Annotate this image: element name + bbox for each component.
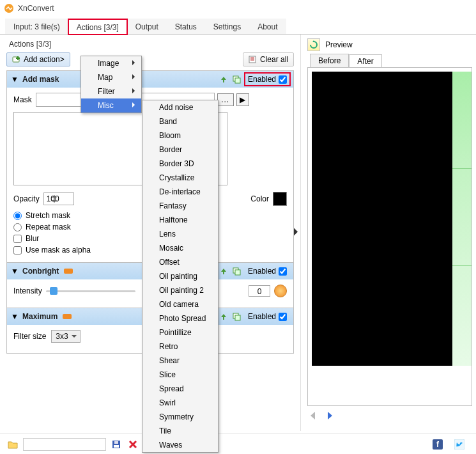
opacity-label: Opacity: [13, 194, 40, 203]
script-path-field[interactable]: [23, 438, 106, 451]
tab-after[interactable]: After: [349, 54, 381, 68]
action-header-add-mask[interactable]: ▼ Add mask Enabled: [7, 71, 293, 88]
browse-mask-button[interactable]: ...: [217, 93, 234, 106]
menu-item-tile[interactable]: Tile: [142, 424, 218, 438]
mask-label: Mask: [13, 95, 32, 104]
reset-intensity-button[interactable]: [274, 285, 287, 297]
play-icon: ▶: [240, 95, 245, 104]
menu-item-offset[interactable]: Offset: [142, 255, 218, 269]
app-logo-icon: [4, 3, 14, 13]
menu-item-mosaic[interactable]: Mosaic: [142, 241, 218, 255]
menu-filter[interactable]: Filter: [81, 84, 141, 98]
menu-item-lens[interactable]: Lens: [142, 227, 218, 241]
menu-item-bloom[interactable]: Bloom: [142, 129, 218, 143]
app-title: XnConvert: [18, 4, 54, 13]
repeat-label: Repeat mask: [26, 223, 71, 231]
menu-item-border[interactable]: Border: [142, 143, 218, 157]
add-action-menu[interactable]: Image Map Filter Misc: [81, 56, 142, 113]
save-script-button[interactable]: [110, 438, 123, 451]
disclosure-icon[interactable]: ▼: [11, 267, 19, 276]
tab-before[interactable]: Before: [310, 54, 349, 67]
preview-viewport[interactable]: [307, 67, 472, 406]
action-title: Add mask: [22, 75, 59, 84]
enabled-toggle[interactable]: Enabled: [245, 74, 289, 85]
preview-tabs: Before After: [310, 54, 472, 67]
facebook-icon[interactable]: f: [431, 438, 444, 451]
disclosure-icon[interactable]: ▼: [11, 75, 19, 84]
filter-size-select[interactable]: 3x3: [51, 330, 80, 343]
remove-action-icon[interactable]: [64, 269, 73, 274]
disclosure-icon[interactable]: ▼: [11, 312, 19, 321]
tab-output[interactable]: Output: [127, 19, 167, 34]
color-label: Color: [250, 194, 269, 203]
menu-item-symmetry[interactable]: Symmetry: [142, 410, 218, 424]
menu-label: Misc: [98, 101, 114, 110]
intensity-value[interactable]: 0: [249, 285, 270, 297]
prev-image-button[interactable]: [307, 410, 319, 421]
menu-item-pointillize[interactable]: Pointillize: [142, 325, 218, 340]
open-folder-button[interactable]: [6, 438, 19, 451]
misc-submenu[interactable]: Add noiseBandBloomBorderBorder 3DCrystal…: [142, 100, 219, 453]
menu-misc[interactable]: Misc: [81, 98, 141, 113]
menu-item-band[interactable]: Band: [142, 114, 218, 129]
actions-heading: Actions [3/3]: [9, 40, 294, 49]
menu-image[interactable]: Image: [81, 56, 141, 70]
menu-item-add-noise[interactable]: Add noise: [142, 100, 218, 114]
duplicate-icon[interactable]: [231, 311, 242, 322]
filter-size-label: Filter size: [13, 332, 46, 341]
enabled-toggle[interactable]: Enabled: [245, 265, 289, 277]
duplicate-icon[interactable]: [231, 74, 242, 84]
enabled-label: Enabled: [248, 75, 276, 84]
opacity-input[interactable]: [43, 192, 74, 205]
menu-item-waves[interactable]: Waves: [142, 438, 218, 452]
duplicate-icon[interactable]: [231, 266, 242, 276]
svg-rect-10: [114, 445, 119, 448]
tab-settings[interactable]: Settings: [205, 19, 249, 34]
move-up-icon[interactable]: [219, 266, 229, 276]
tab-input[interactable]: Input: 3 file(s): [5, 19, 68, 34]
menu-map[interactable]: Map: [81, 70, 141, 84]
refresh-preview-button[interactable]: [307, 38, 320, 51]
refresh-icon: [309, 40, 318, 49]
preview-mask-button[interactable]: ▶: [236, 93, 249, 106]
menu-item-swirl[interactable]: Swirl: [142, 396, 218, 410]
svg-rect-4: [235, 78, 240, 83]
twitter-icon[interactable]: [453, 438, 466, 451]
menu-item-spread[interactable]: Spread: [142, 382, 218, 396]
menu-item-shear[interactable]: Shear: [142, 354, 218, 368]
menu-item-oil-painting[interactable]: Oil painting: [142, 269, 218, 283]
menu-item-halftone[interactable]: Halftone: [142, 213, 218, 227]
enabled-checkbox[interactable]: [279, 75, 287, 84]
menu-item-old-camera[interactable]: Old camera: [142, 297, 218, 311]
intensity-label: Intensity: [13, 286, 42, 295]
enabled-checkbox[interactable]: [279, 267, 287, 276]
enabled-checkbox[interactable]: [279, 313, 287, 321]
menu-item-oil-painting-2[interactable]: Oil painting 2: [142, 283, 218, 297]
menu-item-fantasy[interactable]: Fantasy: [142, 199, 218, 213]
color-picker[interactable]: [273, 192, 287, 206]
menu-label: Image: [98, 59, 119, 68]
move-up-icon[interactable]: [219, 74, 229, 84]
add-icon: [12, 55, 21, 64]
clear-all-button[interactable]: Clear all: [243, 52, 294, 67]
intensity-slider[interactable]: [46, 285, 135, 297]
tab-status[interactable]: Status: [167, 19, 205, 34]
menu-item-photo-spread[interactable]: Photo Spread: [142, 311, 218, 325]
tab-about[interactable]: About: [249, 19, 286, 34]
move-up-icon[interactable]: [219, 311, 229, 322]
menu-item-border-3d[interactable]: Border 3D: [142, 157, 218, 171]
enabled-toggle[interactable]: Enabled: [245, 311, 289, 322]
menu-item-retro[interactable]: Retro: [142, 340, 218, 354]
menu-item-de-interlace[interactable]: De-interlace: [142, 185, 218, 199]
tab-actions[interactable]: Actions [3/3]: [68, 19, 127, 35]
pane-expand-icon[interactable]: [293, 227, 299, 239]
menu-item-crystallize[interactable]: Crystallize: [142, 171, 218, 185]
add-action-button[interactable]: Add action>: [6, 52, 70, 67]
next-image-button[interactable]: [324, 410, 335, 421]
blur-label: Blur: [26, 234, 39, 243]
delete-script-button[interactable]: [127, 438, 139, 451]
remove-action-icon[interactable]: [63, 314, 72, 319]
preview-image-sidebar: [452, 72, 472, 366]
action-title: Maximum: [22, 312, 58, 321]
menu-item-slice[interactable]: Slice: [142, 368, 218, 382]
